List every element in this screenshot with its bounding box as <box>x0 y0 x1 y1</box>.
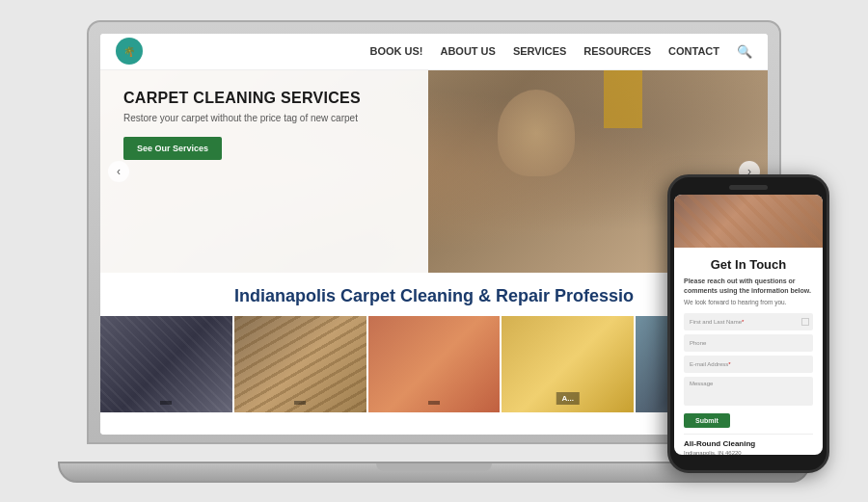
main-heading: Indianapolis Carpet Cleaning & Repair Pr… <box>120 286 748 306</box>
phone-device: Get In Touch Please reach out with quest… <box>667 174 829 473</box>
nav-contact[interactable]: CONTACT <box>668 45 719 57</box>
scene: 🌴 BOOK US! ABOUT US SERVICES RESOURCES C… <box>0 0 868 502</box>
phone-contact-title: Get In Touch <box>684 257 813 272</box>
search-icon[interactable]: 🔍 <box>737 44 752 59</box>
phone-name-label: First and Last Name <box>690 319 742 325</box>
phone-contact-subtitle: Please reach out with questions or comme… <box>684 277 813 296</box>
phone-name-input-icon <box>801 318 809 326</box>
phone-phone-label: Phone <box>690 340 706 346</box>
phone-name-required: * <box>742 319 744 325</box>
phone-speaker <box>729 185 768 190</box>
nav-services[interactable]: SERVICES <box>513 45 566 57</box>
gallery-item-2 <box>234 316 366 412</box>
phone-footer: All-Round Cleaning Indianapolis, IN 4622… <box>684 434 813 455</box>
phone-contact-sub2: We look forward to hearing from you. <box>684 299 813 305</box>
gallery-label-3 <box>428 401 440 405</box>
phone-footer-title: All-Round Cleaning <box>684 439 813 448</box>
phone-email-label: E-mail Address <box>690 361 728 367</box>
gallery-item-1 <box>100 316 232 412</box>
site-logo: 🌴 <box>116 38 174 65</box>
nav-about[interactable]: ABOUT US <box>440 45 495 57</box>
phone-screen: Get In Touch Please reach out with quest… <box>674 195 823 455</box>
hero-prev-button[interactable]: ‹ <box>108 161 129 182</box>
nav-book[interactable]: BOOK US! <box>369 45 422 57</box>
phone-hero-image <box>674 195 823 248</box>
phone-email-required: * <box>728 361 730 367</box>
phone-message-field[interactable]: Message <box>684 377 813 406</box>
phone-name-field[interactable]: First and Last Name * <box>684 313 813 330</box>
gallery-label-4: A... <box>556 392 580 405</box>
hero-see-services-button[interactable]: See Our Services <box>123 137 222 160</box>
hero-bear-decoration <box>498 90 575 176</box>
phone-phone-field[interactable]: Phone <box>684 334 813 352</box>
phone-contact-section: Get In Touch Please reach out with quest… <box>674 248 823 455</box>
nav-links: BOOK US! ABOUT US SERVICES RESOURCES CON… <box>369 44 752 59</box>
hero-title: CARPET CLEANING SERVICES <box>123 90 405 107</box>
phone-submit-button[interactable]: Submit <box>684 413 730 428</box>
phone-footer-address: Indianapolis, IN 46220 <box>684 450 813 455</box>
gallery-label-1 <box>160 401 172 405</box>
nav-resources[interactable]: RESOURCES <box>583 45 651 57</box>
site-nav: 🌴 BOOK US! ABOUT US SERVICES RESOURCES C… <box>100 34 768 70</box>
phone-email-field[interactable]: E-mail Address * <box>684 356 813 373</box>
gallery-item-3 <box>368 316 501 412</box>
hero-yellow-accent <box>604 70 642 128</box>
gallery-item-4: A... <box>502 316 634 412</box>
hero-overlay: CARPET CLEANING SERVICES Restore your ca… <box>100 70 428 273</box>
gallery-label-2 <box>294 401 306 405</box>
phone-message-label: Message <box>690 381 713 386</box>
logo-icon: 🌴 <box>116 38 143 65</box>
hero-subtitle: Restore your carpet without the price ta… <box>123 113 405 123</box>
